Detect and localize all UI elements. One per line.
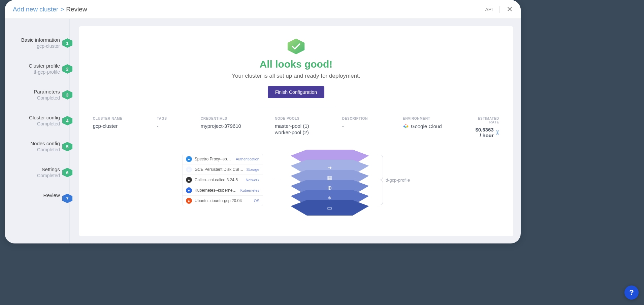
layer-tag: OS bbox=[254, 199, 259, 203]
label-environment: ENVIRONMENT bbox=[403, 117, 463, 120]
step-title: Settings bbox=[5, 166, 60, 172]
value-tags: - bbox=[157, 123, 191, 129]
header-actions: API ✕ bbox=[485, 6, 513, 13]
step-subtitle: gcp-cluster bbox=[5, 43, 60, 49]
step-2[interactable]: Cluster profile tf-gcp-profile 2 bbox=[5, 63, 77, 75]
step-5[interactable]: Nodes config Completed 5 bbox=[5, 141, 77, 152]
layer-item-1[interactable]: ● GCE Persistent Disk CSI--cs… Storage bbox=[183, 164, 263, 175]
step-hex-icon: 7 bbox=[62, 194, 73, 203]
label-cluster-name: CLUSTER NAME bbox=[93, 117, 147, 120]
step-title: Cluster config bbox=[5, 115, 60, 120]
plate-icon: ➜ bbox=[327, 164, 332, 171]
review-subtitle: Your cluster is all set up and ready for… bbox=[91, 73, 501, 79]
wizard-stepper: Basic information gcp-cluster 1 Cluster … bbox=[5, 19, 77, 243]
connector-line bbox=[273, 180, 281, 180]
step-title: Nodes config bbox=[5, 141, 60, 146]
step-title: Cluster profile bbox=[5, 63, 60, 69]
layer-name: Kubernetes--kubernet… bbox=[195, 188, 238, 193]
value-cluster-name: gcp-cluster bbox=[93, 123, 147, 129]
review-title: All looks good! bbox=[91, 59, 501, 70]
label-tags: TAGS bbox=[157, 117, 191, 120]
profile-brace-label: tf-gcp-profile bbox=[379, 155, 410, 205]
step-hex-icon: 5 bbox=[62, 142, 73, 151]
close-icon[interactable]: ✕ bbox=[507, 6, 513, 13]
step-subtitle: Completed bbox=[5, 121, 60, 126]
modal-header: Add new cluster > Review API ✕ bbox=[5, 0, 521, 19]
layer-icon: ● bbox=[186, 156, 192, 162]
value-node-pool-0: master-pool (1) bbox=[275, 123, 332, 129]
step-subtitle: Completed bbox=[5, 173, 60, 178]
review-panel: All looks good! Your cluster is all set … bbox=[79, 26, 513, 236]
breadcrumb-root[interactable]: Add new cluster bbox=[13, 6, 58, 13]
breadcrumb-current: Review bbox=[66, 6, 87, 13]
plate-icon: ▦ bbox=[327, 175, 332, 181]
step-6[interactable]: Settings Completed 6 bbox=[5, 166, 77, 178]
breadcrumb-sep: > bbox=[60, 6, 64, 13]
step-3[interactable]: Parameters Completed 3 bbox=[5, 89, 77, 101]
label-description: DESCRIPTION bbox=[342, 117, 393, 120]
layer-item-3[interactable]: ● Kubernetes--kubernet… Kubernetes bbox=[183, 185, 263, 196]
stack-plate-5: ▭ bbox=[291, 200, 369, 216]
profile-stack-diagram: ● Spectro Proxy--spe… Authentication ● G… bbox=[91, 150, 501, 210]
layer-name: Spectro Proxy--spe… bbox=[195, 157, 233, 161]
step-hex-icon: 4 bbox=[62, 116, 73, 125]
value-node-pool-1: worker-pool (2) bbox=[275, 129, 332, 135]
layer-item-0[interactable]: ● Spectro Proxy--spe… Authentication bbox=[183, 154, 263, 164]
layer-name: Ubuntu--ubuntu-gcp 20.04 bbox=[195, 198, 251, 203]
step-subtitle: Completed bbox=[5, 95, 60, 101]
value-environment: Google Cloud bbox=[411, 123, 442, 129]
step-1[interactable]: Basic information gcp-cluster 1 bbox=[5, 37, 77, 49]
stepper-line bbox=[69, 19, 70, 243]
value-credentials: myproject-379610 bbox=[201, 123, 265, 129]
label-credentials: CREDENTIALS bbox=[201, 117, 265, 120]
layer-tag: Authentication bbox=[236, 157, 259, 161]
layer-tag: Kubernetes bbox=[240, 188, 259, 192]
layer-item-2[interactable]: ● Calico--cni-calico 3.24.5 Network bbox=[183, 175, 263, 185]
step-title: Basic information bbox=[5, 37, 60, 43]
step-hex-icon: 6 bbox=[62, 168, 73, 177]
finish-configuration-button[interactable]: Finish Configuration bbox=[268, 86, 325, 98]
step-7[interactable]: Review 7 bbox=[5, 192, 77, 198]
layer-icon: ● bbox=[186, 187, 192, 193]
svg-marker-7 bbox=[288, 39, 304, 54]
step-title: Review bbox=[5, 192, 60, 198]
cluster-info-row: CLUSTER NAME gcp-cluster TAGS - CREDENTI… bbox=[91, 117, 501, 138]
layer-icon: ● bbox=[186, 198, 192, 204]
step-subtitle: Completed bbox=[5, 147, 60, 152]
add-cluster-modal: Add new cluster > Review API ✕ Basic inf… bbox=[5, 0, 521, 243]
breadcrumb: Add new cluster > Review bbox=[13, 6, 87, 13]
info-icon[interactable]: i bbox=[496, 130, 499, 135]
label-node-pools: NODE POOLS bbox=[275, 117, 332, 120]
success-check-icon bbox=[287, 38, 305, 54]
plate-icon: ⎈ bbox=[328, 195, 331, 201]
hex-stack: ➜ ▦ ⊕ ⎈ ▭ bbox=[291, 150, 369, 210]
divider bbox=[257, 107, 335, 107]
layer-tag: Network bbox=[246, 178, 259, 182]
step-4[interactable]: Cluster config Completed 4 bbox=[5, 115, 77, 126]
step-subtitle: tf-gcp-profile bbox=[5, 69, 60, 75]
step-hex-icon: 2 bbox=[62, 64, 73, 74]
profile-name-label: tf-gcp-profile bbox=[386, 178, 410, 183]
layer-name: Calico--cni-calico 3.24.5 bbox=[195, 178, 243, 182]
plate-icon: ▭ bbox=[327, 205, 332, 211]
label-estimated-rate: ESTIMATED RATE bbox=[474, 117, 499, 124]
divider bbox=[500, 6, 500, 13]
gcp-icon bbox=[403, 123, 409, 129]
plate-icon: ⊕ bbox=[327, 185, 332, 191]
layer-list: ● Spectro Proxy--spe… Authentication ● G… bbox=[182, 154, 263, 206]
layer-tag: Storage bbox=[246, 167, 259, 171]
layer-name: GCE Persistent Disk CSI--cs… bbox=[195, 167, 244, 172]
value-description: - bbox=[342, 123, 393, 129]
step-hex-icon: 3 bbox=[62, 90, 73, 100]
value-estimated-rate: $0.6363 / hour bbox=[474, 127, 494, 138]
layer-item-4[interactable]: ● Ubuntu--ubuntu-gcp 20.04 OS bbox=[183, 196, 263, 206]
step-title: Parameters bbox=[5, 89, 60, 94]
layer-icon: ● bbox=[186, 166, 192, 173]
api-link[interactable]: API bbox=[485, 7, 493, 12]
layer-icon: ● bbox=[186, 177, 192, 183]
step-hex-icon: 1 bbox=[62, 38, 73, 48]
